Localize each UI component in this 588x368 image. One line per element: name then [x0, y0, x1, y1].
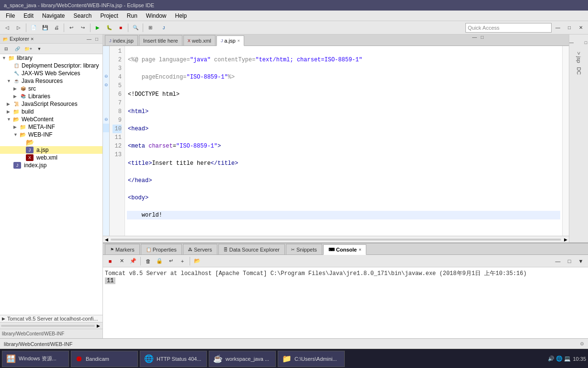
- tree-deployment-descriptor[interactable]: 📋 Deployment Descriptor: library: [0, 62, 102, 69]
- right-panel: — □ > jsp DC: [569, 34, 588, 242]
- console-new-console-btn[interactable]: +: [177, 256, 188, 266]
- menu-run[interactable]: Run: [123, 12, 141, 20]
- tab-close-btn[interactable]: ×: [237, 38, 240, 43]
- explorer-new-folder[interactable]: 📁+: [23, 44, 34, 54]
- menu-search[interactable]: Search: [69, 12, 95, 20]
- tree-webcontent[interactable]: ▼ 📂 WebContent: [0, 115, 102, 123]
- folder-icon: 📂: [19, 131, 27, 138]
- toolbar-maximize[interactable]: □: [564, 23, 575, 33]
- menu-project[interactable]: Project: [96, 12, 122, 20]
- hscroll-right[interactable]: ▶: [562, 236, 569, 243]
- toolbar-redo[interactable]: ↪: [78, 23, 88, 33]
- tab-snippets[interactable]: ✂ Snippets: [286, 244, 322, 254]
- toolbar-forward[interactable]: ▷: [13, 23, 24, 33]
- toolbar-minimize[interactable]: —: [553, 23, 563, 33]
- editor-hscroll[interactable]: ◀ ▶: [103, 236, 569, 242]
- console-maximize-btn[interactable]: □: [564, 256, 575, 266]
- taskbar-bandicam[interactable]: ⏺ Bandicam: [71, 351, 138, 367]
- taskbar-windows[interactable]: 🪟 Windows 资源...: [2, 351, 69, 367]
- menu-navigate[interactable]: Navigate: [38, 12, 68, 20]
- tree-a-jsp[interactable]: J a.jsp: [0, 146, 102, 154]
- tree-web-inf-contents[interactable]: 📂: [0, 138, 102, 146]
- tree-library[interactable]: ▼ 📁 library: [0, 54, 102, 62]
- tree-build[interactable]: ▶ 📁 build: [0, 108, 102, 115]
- toolbar-new[interactable]: 📄: [28, 23, 39, 33]
- toolbar-run[interactable]: ▶: [92, 23, 103, 33]
- tab-console[interactable]: ⌨ Console ×: [323, 244, 367, 255]
- quick-access-label: Quick Access: [468, 25, 499, 31]
- console-minimize-btn[interactable]: —: [553, 256, 563, 266]
- panel-minimize-btn[interactable]: —: [85, 36, 93, 42]
- console-pin-btn[interactable]: 📌: [128, 256, 138, 266]
- explorer-collapse-all[interactable]: ⊟: [1, 44, 11, 54]
- toolbar-open-perspective[interactable]: ⊞: [145, 23, 156, 33]
- tree-js-resources[interactable]: ▶ 📜 JavaScript Resources: [0, 100, 102, 108]
- toolbar-close-app[interactable]: ✕: [576, 23, 586, 33]
- hscroll-left[interactable]: ◀: [103, 236, 110, 243]
- hscroll-track[interactable]: [111, 239, 561, 241]
- explorer-link-editor[interactable]: 🔗: [12, 44, 23, 54]
- taskbar-http[interactable]: 🌐 HTTP Status 404...: [140, 351, 207, 367]
- console-tab-close[interactable]: ×: [359, 247, 361, 252]
- panel-maximize-btn[interactable]: □: [94, 36, 100, 42]
- sep5: [143, 23, 143, 32]
- taskbar-explorer[interactable]: 📁 C:\Users\Admini...: [278, 351, 345, 367]
- menu-window[interactable]: Window: [142, 12, 170, 20]
- tab-data-source-explorer[interactable]: 🗄 Data Source Explorer: [218, 244, 285, 254]
- status-path: library/WebContent/WEB-INF: [4, 341, 580, 347]
- tree-web-xml[interactable]: X web.xml: [0, 154, 102, 161]
- code-line-10: world!: [127, 211, 560, 219]
- menu-help[interactable]: Help: [171, 12, 191, 20]
- right-panel-minimize[interactable]: —: [565, 37, 578, 48]
- toolbar-debug[interactable]: 🐛: [104, 23, 114, 33]
- toolbar-undo[interactable]: ↩: [66, 23, 77, 33]
- tab-index-jsp[interactable]: J index.jsp: [105, 35, 138, 46]
- tree-servers[interactable]: ▶ Tomcat v8.5 Server at localhost-confi.…: [0, 315, 102, 322]
- tab-label: Servers: [194, 247, 212, 253]
- tree-src[interactable]: ▶ 📦 src: [0, 85, 102, 92]
- tree-web-inf[interactable]: ▼ 📂 WEB-INF: [0, 131, 102, 138]
- toolbar-perspective-1[interactable]: J: [157, 23, 171, 33]
- explorer-icon: 📂: [3, 37, 8, 42]
- dc-view-label[interactable]: DC: [575, 65, 583, 77]
- tree-meta-inf[interactable]: ▶ 📁 META-INF: [0, 123, 102, 131]
- jsp-view-label[interactable]: > jsp: [575, 50, 583, 65]
- tree-jax-ws[interactable]: 🔧 JAX-WS Web Services: [0, 69, 102, 77]
- tree-index-jsp[interactable]: J index.jsp: [0, 161, 102, 169]
- code-content[interactable]: <%@ page language="java" contentType="te…: [125, 46, 562, 236]
- editor-maximize-btn[interactable]: □: [479, 34, 485, 40]
- console-open-file-btn[interactable]: 📂: [192, 256, 203, 266]
- taskbar-eclipse[interactable]: ☕ workspace_java ...: [209, 351, 276, 367]
- toolbar-stop[interactable]: ■: [115, 23, 126, 33]
- tab-label: Markers: [115, 247, 135, 253]
- toolbar-back[interactable]: ◁: [2, 23, 12, 33]
- left-panel-scrollbar[interactable]: ▶: [0, 322, 102, 329]
- console-word-wrap-btn[interactable]: ↵: [166, 256, 176, 266]
- toolbar-search[interactable]: 🔍: [130, 23, 141, 33]
- console-view-menu-btn[interactable]: ▼: [576, 256, 586, 266]
- console-stop-btn[interactable]: ■: [105, 256, 115, 266]
- toolbar-print[interactable]: 🖨: [51, 23, 62, 33]
- tab-insert-title[interactable]: Insert title here: [139, 35, 182, 46]
- tab-properties[interactable]: 📋 Properties: [141, 244, 182, 254]
- quick-access-box[interactable]: Quick Access: [465, 23, 552, 33]
- taskbar: 🪟 Windows 资源... ⏺ Bandicam 🌐 HTTP Status…: [0, 349, 588, 368]
- tree-libraries[interactable]: ▶ 📚 Libraries: [0, 92, 102, 100]
- menu-edit[interactable]: Edit: [20, 12, 37, 20]
- right-panel-maximize[interactable]: □: [579, 37, 588, 48]
- explorer-menu[interactable]: ▼: [34, 44, 45, 54]
- tab-markers[interactable]: ⚑ Markers: [105, 244, 140, 254]
- tab-web-xml[interactable]: X web.xml: [183, 35, 215, 46]
- tab-a-jsp[interactable]: J a.jsp ×: [216, 35, 244, 46]
- console-close-btn[interactable]: ✕: [116, 256, 127, 266]
- scroll-right[interactable]: ▶: [95, 322, 102, 329]
- console-scroll-lock-btn[interactable]: 🔒: [154, 256, 165, 266]
- console-clear-btn[interactable]: 🗑: [143, 256, 153, 266]
- tab-label: Data Source Explorer: [229, 247, 280, 253]
- tree-label: Libraries: [28, 93, 50, 100]
- tree-java-resources[interactable]: ▼ ☕ Java Resources: [0, 77, 102, 85]
- toolbar-save[interactable]: 💾: [40, 23, 50, 33]
- tab-servers[interactable]: 🖧 Servers: [183, 244, 217, 254]
- menu-file[interactable]: File: [2, 12, 19, 20]
- editor-minimize-btn[interactable]: —: [471, 34, 478, 40]
